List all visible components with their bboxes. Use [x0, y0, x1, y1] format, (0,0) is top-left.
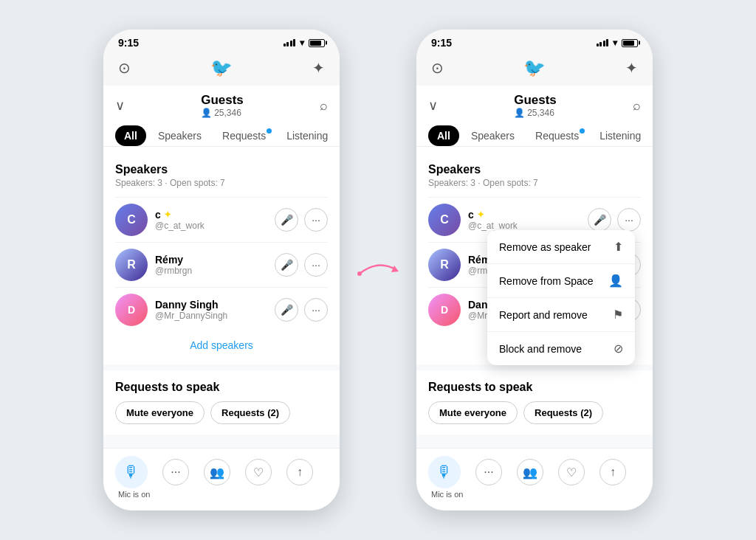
guests-title-left: Guests: [201, 93, 244, 108]
guests-title-right: Guests: [514, 93, 557, 108]
requests-btn-left[interactable]: Requests (2): [210, 401, 290, 424]
speakers-subtitle-left: Speakers: 3 · Open spots: 7: [115, 178, 328, 188]
verified-icon: ✦: [164, 210, 171, 220]
right-phone: 9:15 ▾ ⊙ 🐦 ✦: [416, 30, 653, 510]
menu-remove-speaker-label: Remove as speaker: [499, 241, 591, 253]
nav-bar-right: ⊙ 🐦 ✦: [416, 53, 653, 86]
heart-button-right[interactable]: ♡: [558, 459, 585, 485]
speaker-handle-1-right: @c_at_work: [468, 221, 588, 231]
share-button-left[interactable]: ↑: [286, 459, 313, 485]
tab-requests-left[interactable]: Requests: [213, 125, 275, 146]
bottom-bar-left: 🎙 ··· 👥 ♡ ↑ Mic is on: [103, 448, 340, 510]
back-button-left[interactable]: ∨: [115, 97, 125, 114]
guests-title-row: ∨ Guests 👤 25,346 ⌕: [115, 93, 328, 118]
add-speakers-left[interactable]: Add speakers: [115, 332, 328, 359]
mute-button-1-right[interactable]: 🎤: [588, 208, 611, 232]
guests-count-left: 👤 25,346: [201, 108, 244, 118]
avatar-d-left: D: [115, 294, 148, 326]
remove-speaker-icon: ⬆: [614, 240, 623, 254]
left-phone-inner: 9:15 ▾ ⊙ 🐦 ✦: [103, 30, 340, 510]
twitter-logo: 🐦: [210, 58, 233, 78]
mute-everyone-right[interactable]: Mute everyone: [428, 401, 518, 424]
mute-button-3-left[interactable]: 🎤: [275, 298, 298, 322]
people-button-left[interactable]: 👥: [204, 459, 230, 485]
more-button-2-left[interactable]: ···: [304, 253, 328, 277]
tab-listening-right[interactable]: Listening: [591, 125, 650, 146]
speaker-handle-3-left: @Mr_DannySingh: [155, 311, 275, 321]
tab-speakers-right[interactable]: Speakers: [462, 125, 523, 146]
tabs-row-right: All Speakers Requests Listening: [428, 120, 641, 146]
menu-block-remove[interactable]: Block and remove ⊘: [487, 332, 635, 365]
svg-marker-0: [391, 266, 399, 272]
verified-icon-right: ✦: [477, 210, 484, 220]
speaker-row-3-left: D Danny Singh @Mr_DannySingh 🎤 ···: [115, 287, 328, 332]
speakers-subtitle-right: Speakers: 3 · Open spots: 7: [428, 178, 641, 188]
time-right: 9:15: [431, 37, 452, 49]
signal-icon-right: [597, 39, 609, 46]
speaker-info-2-left: Rémy @rmbrgn: [155, 254, 275, 276]
guests-title-row-right: ∨ Guests 👤 25,346 ⌕: [428, 93, 641, 118]
people-button-right[interactable]: 👥: [517, 459, 543, 485]
guests-title-wrap-right: Guests 👤 25,346: [514, 93, 557, 118]
tab-requests-right[interactable]: Requests: [526, 125, 588, 146]
heart-button-left[interactable]: ♡: [245, 459, 272, 485]
battery-icon-right: [622, 39, 638, 47]
tab-all-right[interactable]: All: [428, 125, 459, 146]
bottom-icons-right: 🎙 ··· 👥 ♡ ↑: [428, 456, 641, 488]
status-icons-right: ▾: [597, 38, 639, 48]
speaker-actions-3-left: 🎤 ···: [275, 298, 328, 322]
search-button-right[interactable]: ⌕: [633, 98, 641, 114]
mic-button-left[interactable]: 🎙: [115, 456, 148, 488]
menu-report-label: Report and remove: [499, 309, 588, 321]
requests-buttons-left: Mute everyone Requests (2): [115, 401, 328, 424]
status-icons-left: ▾: [284, 38, 326, 48]
menu-report-remove[interactable]: Report and remove ⚑: [487, 298, 635, 332]
tab-all-left[interactable]: All: [115, 125, 146, 146]
more-button-1-left[interactable]: ···: [304, 208, 328, 232]
speaker-actions-1-left: 🎤 ···: [275, 208, 328, 232]
menu-remove-space[interactable]: Remove from Space 👤: [487, 264, 635, 298]
requests-btn-right[interactable]: Requests (2): [523, 401, 603, 424]
mute-everyone-left[interactable]: Mute everyone: [115, 401, 205, 424]
speakers-title-left: Speakers: [115, 163, 328, 176]
search-button-left[interactable]: ⌕: [320, 98, 328, 114]
more-options-right[interactable]: ···: [475, 459, 502, 485]
requests-title-left: Requests to speak: [115, 381, 328, 394]
mic-button-right[interactable]: 🎙: [428, 456, 461, 488]
sparkle-icon-right[interactable]: ✦: [625, 59, 638, 77]
speaker-info-1-right: c ✦ @c_at_work: [468, 209, 588, 231]
mute-button-1-left[interactable]: 🎤: [275, 208, 298, 232]
tab-speakers-left[interactable]: Speakers: [149, 125, 210, 146]
tabs-row-left: All Speakers Requests Listening: [115, 120, 328, 146]
context-menu: Remove as speaker ⬆ Remove from Space 👤 …: [487, 230, 635, 365]
back-button-right[interactable]: ∨: [428, 97, 438, 114]
status-bar-left: 9:15 ▾: [103, 30, 340, 53]
avatar-r-right: R: [428, 249, 461, 281]
content-left: Speakers Speakers: 3 · Open spots: 7 C c…: [103, 153, 340, 448]
sparkle-icon[interactable]: ✦: [312, 59, 325, 77]
wifi-icon: ▾: [300, 38, 304, 48]
menu-remove-speaker[interactable]: Remove as speaker ⬆: [487, 230, 635, 264]
speaker-row-1-left: C c ✦ @c_at_work 🎤 ···: [115, 197, 328, 242]
twitter-logo-right: 🐦: [523, 58, 546, 78]
mic-label-right: Mic is on: [431, 490, 463, 499]
more-button-3-left[interactable]: ···: [304, 298, 328, 322]
more-options-left[interactable]: ···: [162, 459, 189, 485]
speaker-name-1-left: c ✦: [155, 209, 275, 221]
content-right: Speakers Speakers: 3 · Open spots: 7 C c…: [416, 153, 653, 448]
speakers-card-right: Speakers Speakers: 3 · Open spots: 7 C c…: [416, 153, 653, 364]
nav-bar-left: ⊙ 🐦 ✦: [103, 53, 340, 86]
profile-icon-right[interactable]: ⊙: [431, 59, 444, 77]
more-button-1-right[interactable]: ···: [617, 208, 641, 232]
remove-space-icon: 👤: [608, 274, 623, 288]
profile-icon[interactable]: ⊙: [118, 59, 131, 77]
mute-button-2-left[interactable]: 🎤: [275, 253, 298, 277]
speaker-handle-2-left: @rmbrgn: [155, 266, 275, 276]
guests-count-right: 👤 25,346: [514, 108, 557, 118]
right-phone-inner: 9:15 ▾ ⊙ 🐦 ✦: [416, 30, 653, 510]
tab-listening-left[interactable]: Listening: [278, 125, 337, 146]
guests-header-left: ∨ Guests 👤 25,346 ⌕ All Speakers Request…: [103, 86, 340, 147]
speaker-name-2-left: Rémy: [155, 254, 275, 266]
share-button-right[interactable]: ↑: [599, 459, 626, 485]
battery-icon: [309, 39, 325, 47]
